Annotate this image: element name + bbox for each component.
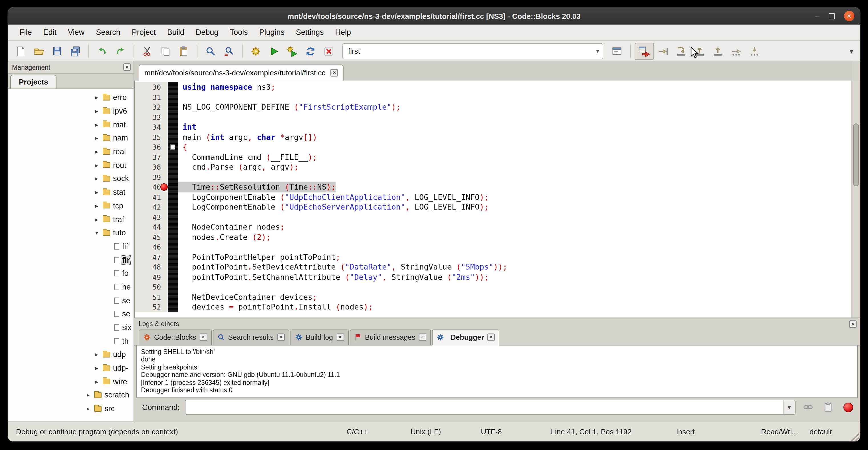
line-number[interactable]: 41 — [135, 192, 168, 202]
tree-item-mat[interactable]: ▸mat — [8, 118, 133, 131]
close-icon[interactable]: ✕ — [277, 333, 284, 341]
line-number[interactable]: 47 — [135, 252, 168, 262]
titlebar[interactable]: mnt/dev/tools/source/ns-3-dev/examples/t… — [8, 7, 860, 25]
chevron-right-icon[interactable]: ▸ — [87, 406, 94, 412]
maximize-button[interactable] — [829, 13, 835, 19]
close-icon[interactable]: ✕ — [849, 320, 857, 328]
menu-view[interactable]: View — [62, 26, 90, 39]
replace-button[interactable] — [220, 43, 238, 59]
chevron-right-icon[interactable]: ▸ — [95, 203, 103, 209]
save-all-button[interactable] — [66, 43, 85, 59]
build-target-combo[interactable]: first ▾ — [342, 43, 603, 59]
tree-item-udp[interactable]: ▸udp — [8, 348, 133, 361]
next-instruction-button[interactable] — [727, 43, 745, 59]
line-number[interactable]: 37 — [135, 152, 168, 162]
run-to-cursor-button[interactable] — [654, 43, 672, 59]
line-number[interactable]: 38 — [135, 162, 168, 172]
close-icon[interactable]: ✕ — [123, 63, 131, 71]
command-input[interactable] — [185, 400, 783, 414]
tree-item-wire[interactable]: ▸wire — [8, 375, 133, 388]
tree-item-sock[interactable]: ▸sock — [8, 172, 133, 185]
line-number[interactable]: 43 — [135, 212, 168, 222]
line-number[interactable]: 49 — [135, 272, 168, 282]
minimize-button[interactable]: – — [815, 12, 819, 20]
debugger-log[interactable]: Setting SHELL to '/bin/sh'doneSetting br… — [136, 346, 858, 398]
logs-tab-search-results[interactable]: Search results✕ — [213, 330, 289, 345]
tab-projects[interactable]: Projects — [10, 75, 57, 89]
tree-item-rout[interactable]: ▸rout — [8, 158, 133, 172]
abort-build-button[interactable] — [319, 43, 338, 59]
build-button[interactable] — [247, 43, 265, 59]
chevron-right-icon[interactable]: ▸ — [95, 216, 103, 222]
logs-tab-code-blocks[interactable]: Code::Blocks✕ — [139, 330, 211, 345]
chevron-right-icon[interactable]: ▸ — [95, 148, 103, 155]
link-icon[interactable] — [801, 400, 815, 414]
line-number[interactable]: 39 — [135, 172, 168, 182]
line-number[interactable]: 30 — [135, 82, 168, 92]
cut-button[interactable] — [138, 43, 156, 59]
logs-tab-debugger[interactable]: Debugger✕ — [432, 330, 500, 346]
rebuild-button[interactable] — [301, 43, 319, 59]
line-number[interactable]: 44 — [135, 222, 168, 232]
tree-item-real[interactable]: ▸real — [8, 145, 133, 158]
tree-item-tuto[interactable]: ▾tuto — [8, 226, 133, 240]
chevron-right-icon[interactable]: ▸ — [95, 365, 103, 371]
menu-project[interactable]: Project — [126, 26, 161, 39]
line-number[interactable]: 48 — [135, 262, 168, 272]
close-icon[interactable]: ✕ — [487, 333, 495, 341]
find-button[interactable] — [202, 43, 220, 59]
menu-help[interactable]: Help — [330, 26, 357, 39]
close-icon[interactable]: ✕ — [199, 333, 207, 341]
line-number[interactable]: 31 — [135, 92, 168, 102]
next-line-button[interactable] — [672, 43, 690, 59]
line-number[interactable]: 42 — [135, 202, 168, 212]
tree-item-six[interactable]: six — [8, 321, 133, 334]
editor-tab[interactable]: mnt/dev/tools/source/ns-3-dev/examples/t… — [139, 64, 344, 81]
chevron-right-icon[interactable]: ▸ — [95, 121, 103, 128]
run-button[interactable] — [265, 43, 283, 59]
line-number[interactable]: 51 — [135, 292, 168, 302]
close-icon[interactable]: ✕ — [336, 333, 344, 341]
line-number[interactable]: 46 — [135, 242, 168, 252]
chevron-down-icon[interactable]: ▾ — [596, 48, 599, 55]
open-button[interactable] — [30, 43, 48, 59]
stop-icon[interactable] — [841, 400, 856, 414]
tree-item-scratch[interactable]: ▸scratch — [8, 388, 133, 402]
chevron-down-icon[interactable]: ▾ — [783, 400, 795, 414]
tree-item-se[interactable]: se — [8, 294, 133, 307]
chevron-right-icon[interactable]: ▸ — [95, 162, 103, 169]
chevron-right-icon[interactable]: ▸ — [95, 189, 103, 195]
step-out-button[interactable] — [709, 43, 727, 59]
tree-item-ipv6[interactable]: ▸ipv6 — [8, 104, 133, 118]
close-icon[interactable]: ✕ — [419, 333, 426, 341]
tree-item-erro[interactable]: ▸erro — [8, 91, 133, 104]
resize-grip[interactable] — [850, 432, 860, 442]
toolbar-overflow-chevron[interactable]: ▾ — [847, 45, 856, 57]
tree-item-th[interactable]: th — [8, 334, 133, 348]
tree-item-src[interactable]: ▸src — [8, 402, 133, 416]
code-area[interactable]: 30using namespace ns3;3132NS_LOG_COMPONE… — [134, 81, 852, 318]
tree-item-fir[interactable]: fir — [8, 253, 133, 267]
redo-button[interactable] — [111, 43, 129, 59]
menu-build[interactable]: Build — [161, 26, 190, 39]
debug-continue-button[interactable] — [634, 42, 654, 60]
chevron-down-icon[interactable]: ▾ — [95, 230, 103, 236]
menu-tools[interactable]: Tools — [224, 26, 253, 39]
undo-button[interactable] — [93, 43, 111, 59]
build-and-run-button[interactable] — [283, 43, 301, 59]
tree-item-he[interactable]: he — [8, 280, 133, 294]
menu-search[interactable]: Search — [90, 26, 126, 39]
tree-item-tcp[interactable]: ▸tcp — [8, 199, 133, 212]
chevron-right-icon[interactable]: ▸ — [95, 379, 103, 385]
menu-debug[interactable]: Debug — [190, 26, 224, 39]
menu-file[interactable]: File — [14, 26, 38, 39]
menu-edit[interactable]: Edit — [38, 26, 62, 39]
tree-item-fo[interactable]: fo — [8, 267, 133, 280]
breakpoint-icon[interactable] — [160, 183, 168, 191]
chevron-right-icon[interactable]: ▸ — [87, 392, 94, 398]
tree-item-fif[interactable]: fif — [8, 240, 133, 253]
menu-plugins[interactable]: Plugins — [253, 26, 290, 39]
step-into-instruction-button[interactable] — [745, 43, 764, 59]
tree-item-se[interactable]: se — [8, 307, 133, 321]
line-number[interactable]: 32 — [135, 102, 168, 112]
